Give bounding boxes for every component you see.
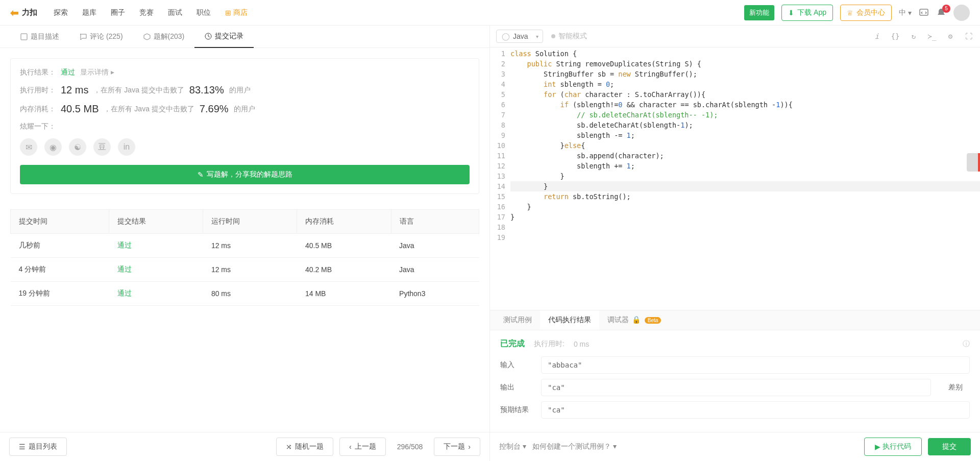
prev-label: 上一题 <box>355 442 376 451</box>
share-wechat-icon[interactable]: ✉ <box>20 138 37 156</box>
tab-submissions[interactable]: 提交记录 <box>194 26 254 48</box>
side-drag-handle[interactable] <box>967 153 980 172</box>
fullscreen-icon[interactable]: ⛶ <box>964 32 974 40</box>
tab-description[interactable]: 题目描述 <box>10 26 69 47</box>
tab-output[interactable]: 代码执行结果 <box>540 310 599 330</box>
shop-icon: ⊞ <box>225 9 231 17</box>
nav-circle[interactable]: 圈子 <box>104 8 132 17</box>
mem-users: 的用户 <box>234 105 255 114</box>
next-label: 下一题 <box>444 442 465 451</box>
problem-counter: 296/508 <box>392 443 428 451</box>
time-pct: 83.13% <box>189 84 224 96</box>
member-center-button[interactable]: ♕ 会员中心 <box>840 5 892 21</box>
mem-value: 40.5 MB <box>61 103 99 115</box>
playground-icon[interactable] <box>919 8 929 18</box>
tab-comments-label: 评论 (225) <box>90 32 123 41</box>
notification-count: 5 <box>942 5 950 13</box>
chevron-down-icon: ▾ <box>523 442 526 450</box>
chevron-down-icon: ▾ <box>536 34 538 39</box>
next-button[interactable]: 下一题 › <box>434 438 480 456</box>
share-linkedin-icon[interactable]: in <box>118 138 135 156</box>
check-icon: ◯ <box>502 32 510 40</box>
time-desc: ，在所有 Java 提交中击败了 <box>93 86 184 95</box>
play-icon: ▶ <box>875 443 880 451</box>
console-label: 控制台 <box>499 442 521 450</box>
submit-button[interactable]: 提交 <box>928 438 971 455</box>
tab-solutions-label: 题解(203) <box>154 32 185 41</box>
member-icon: ♕ <box>847 9 853 17</box>
expected-value: "ca" <box>541 401 970 419</box>
code-editor[interactable]: 12345678910111213141516171819 class Solu… <box>490 47 980 310</box>
pencil-icon: ✎ <box>198 171 204 179</box>
brand-name: 力扣 <box>22 8 37 17</box>
expected-label: 预期结果 <box>500 405 531 415</box>
table-row[interactable]: 几秒前通过12 ms40.5 MBJava <box>11 234 479 258</box>
nav-jobs[interactable]: 职位 <box>189 8 218 17</box>
nav-contest[interactable]: 竞赛 <box>132 8 161 17</box>
random-button[interactable]: ⤨ 随机一题 <box>276 438 333 456</box>
th-status: 提交结果 <box>109 210 203 234</box>
test-hint-link[interactable]: 如何创建一个测试用例？ ▾ <box>532 442 617 451</box>
smart-mode-toggle[interactable]: 智能模式 <box>551 32 587 41</box>
tab-solutions[interactable]: 题解(203) <box>133 26 195 47</box>
new-feature-badge[interactable]: 新功能 <box>744 5 774 20</box>
output-value: "ca" <box>541 379 931 396</box>
table-row[interactable]: 19 分钟前通过80 ms14 MBPython3 <box>11 282 479 306</box>
write-solution-label: 写题解，分享我的解题思路 <box>207 170 292 179</box>
nav-shop[interactable]: ⊞ 商店 <box>218 8 255 17</box>
submissions-table: 提交时间 提交结果 运行时间 内存消耗 语言 几秒前通过12 ms40.5 MB… <box>10 209 479 306</box>
terminal-icon[interactable]: ≻_ <box>927 32 937 40</box>
list-icon: ☰ <box>19 443 26 451</box>
info-icon[interactable]: i <box>872 32 882 40</box>
download-icon: ⬇ <box>788 9 794 17</box>
chevron-down-icon: ▾ <box>613 442 617 450</box>
chevron-left-icon: ‹ <box>349 443 352 451</box>
avatar[interactable] <box>953 5 970 21</box>
lock-icon: 🔒 <box>632 316 641 324</box>
tab-testcase[interactable]: 测试用例 <box>495 310 540 330</box>
show-details-link[interactable]: 显示详情 ▸ <box>80 68 114 77</box>
time-value: 12 ms <box>61 84 88 96</box>
language-switch[interactable]: 中 ▾ <box>899 8 912 17</box>
input-label: 输入 <box>500 360 531 370</box>
problem-list-label: 题目列表 <box>29 442 57 451</box>
lang-label: 中 <box>899 8 906 17</box>
language-select[interactable]: ◯ Java ▾ <box>496 30 543 43</box>
tab-debugger[interactable]: 调试器 🔒 Beta <box>599 310 669 330</box>
problem-list-button[interactable]: ☰ 题目列表 <box>9 438 67 456</box>
mem-pct: 7.69% <box>200 103 229 115</box>
write-solution-button[interactable]: ✎ 写题解，分享我的解题思路 <box>20 165 470 184</box>
info-circle-icon[interactable]: ⓘ <box>963 339 970 349</box>
mem-label: 内存消耗： <box>20 105 56 114</box>
reset-icon[interactable]: ↻ <box>909 32 919 40</box>
run-button[interactable]: ▶ 执行代码 <box>864 438 922 456</box>
nav-explore[interactable]: 探索 <box>46 8 75 17</box>
exec-time-value: 0 ms <box>574 340 589 348</box>
settings-icon[interactable]: ⚙ <box>945 32 955 40</box>
diff-button[interactable]: 差别 <box>941 379 970 396</box>
braces-icon[interactable]: {} <box>890 32 900 40</box>
nav-problems[interactable]: 题库 <box>75 8 104 17</box>
logo[interactable]: ⬅ 力扣 <box>10 7 37 19</box>
beta-badge: Beta <box>645 317 662 324</box>
console-toggle[interactable]: 控制台 ▾ <box>499 442 526 451</box>
share-douban-icon[interactable]: 豆 <box>93 138 111 156</box>
time-users: 的用户 <box>229 86 251 95</box>
time-label: 执行用时： <box>20 86 56 95</box>
notification-icon[interactable]: 5 <box>936 8 946 18</box>
tab-comments[interactable]: 评论 (225) <box>69 26 133 47</box>
language-value: Java <box>513 32 528 40</box>
th-memory: 内存消耗 <box>297 210 391 234</box>
nav-interview[interactable]: 面试 <box>161 8 189 17</box>
svg-rect-0 <box>920 9 928 15</box>
download-app-button[interactable]: ⬇ 下载 App <box>781 5 833 21</box>
table-row[interactable]: 4 分钟前通过12 ms40.2 MBJava <box>11 258 479 282</box>
exec-result-status: 通过 <box>61 68 75 77</box>
th-lang: 语言 <box>391 210 479 234</box>
debugger-label: 调试器 <box>607 316 629 324</box>
share-weibo-icon[interactable]: ◉ <box>44 138 62 156</box>
exec-time-label: 执行用时: <box>534 339 565 349</box>
tab-description-label: 题目描述 <box>31 32 59 41</box>
prev-button[interactable]: ‹ 上一题 <box>339 438 386 456</box>
share-qq-icon[interactable]: ☯ <box>69 138 86 156</box>
